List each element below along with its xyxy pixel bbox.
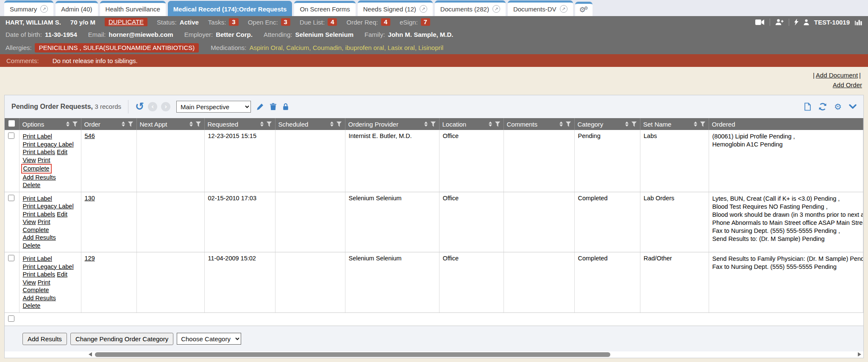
filter-funnel-icon[interactable] <box>495 122 501 127</box>
horizontal-scrollbar[interactable] <box>5 351 863 358</box>
popout-icon[interactable]: ↗ <box>560 5 568 13</box>
person-icon[interactable] <box>804 19 809 25</box>
print-label-link[interactable]: Print Label <box>23 255 52 262</box>
sort-icon[interactable] <box>424 122 428 127</box>
print-label-link[interactable]: Print Label <box>23 195 52 202</box>
change-pending-order-category-button[interactable]: Change Pending Order Category <box>70 333 173 345</box>
tab-documents[interactable]: Documents (282) ↗ <box>435 0 506 16</box>
edit-link[interactable]: Edit <box>57 271 67 278</box>
prev-icon[interactable]: ‹ <box>148 102 157 111</box>
tab-settings-gears[interactable]: ⚙⚙ <box>575 2 593 16</box>
popout-icon[interactable]: ↗ <box>40 5 48 13</box>
view-link[interactable]: View <box>23 157 36 163</box>
order-number-link[interactable]: 130 <box>85 195 95 202</box>
delete-link[interactable]: Delete <box>23 242 41 249</box>
scrollbar-thumb[interactable] <box>95 352 610 357</box>
print-label-link[interactable]: Print Label <box>23 133 52 140</box>
sort-icon[interactable] <box>559 122 563 127</box>
filter-funnel-icon[interactable] <box>632 122 637 127</box>
row-checkbox[interactable] <box>8 255 14 261</box>
print-legacy-label-link[interactable]: Print Legacy Label <box>23 141 74 148</box>
complete-link[interactable]: Complete <box>23 165 50 172</box>
view-link[interactable]: View <box>23 218 36 225</box>
print-legacy-label-link[interactable]: Print Legacy Label <box>23 263 74 270</box>
due-list-count-badge[interactable]: 4 <box>328 18 337 26</box>
add-results-button[interactable]: Add Results <box>22 333 67 345</box>
allergies-badge[interactable]: PENICILLINS , SULFA(SULFONAMIDE ANTIBIOT… <box>35 43 199 53</box>
chart-bars-icon[interactable] <box>855 19 862 25</box>
order-req-count-badge[interactable]: 4 <box>381 18 390 26</box>
print-labels-link[interactable]: Print Labels <box>23 211 56 218</box>
sort-icon[interactable] <box>66 122 70 127</box>
collapse-chevron-icon[interactable] <box>849 104 857 109</box>
order-number-link[interactable]: 546 <box>85 133 95 139</box>
tab-summary[interactable]: Summary ↗ <box>4 0 53 16</box>
filter-funnel-icon[interactable] <box>566 122 571 127</box>
row-checkbox[interactable] <box>8 133 14 139</box>
row-checkbox[interactable] <box>8 315 14 322</box>
scroll-right-arrow[interactable] <box>858 352 861 356</box>
filter-funnel-icon[interactable] <box>337 122 342 127</box>
filter-funnel-icon[interactable] <box>431 122 436 127</box>
edit-link[interactable]: Edit <box>57 149 67 155</box>
tab-admin[interactable]: Admin (40) <box>56 1 97 16</box>
duplicate-badge[interactable]: DUPLICATE <box>105 18 147 26</box>
add-results-link[interactable]: Add Results <box>23 174 56 181</box>
print-labels-link[interactable]: Print Labels <box>23 271 56 278</box>
add-results-link[interactable]: Add Results <box>23 295 56 301</box>
print-link[interactable]: Print <box>38 279 50 286</box>
new-document-icon[interactable] <box>804 102 811 111</box>
delete-link[interactable]: Delete <box>23 302 41 309</box>
add-order-link[interactable]: Add Order <box>833 81 862 88</box>
tab-health-surveillance[interactable]: Health Surveillance <box>100 1 166 16</box>
sort-icon[interactable] <box>694 122 697 127</box>
complete-link[interactable]: Complete <box>23 287 49 293</box>
tab-medical-record-order-requests[interactable]: Medical Record (174):Order Requests <box>168 1 292 16</box>
filter-funnel-icon[interactable] <box>267 122 272 127</box>
add-results-link[interactable]: Add Results <box>23 234 56 241</box>
tab-documents-dv[interactable]: Documents-DV ↗ <box>508 0 573 16</box>
edit-pencil-icon[interactable] <box>256 103 264 111</box>
lightning-icon[interactable] <box>794 19 798 25</box>
sort-icon[interactable] <box>625 122 629 127</box>
edit-link[interactable]: Edit <box>57 211 67 218</box>
print-labels-link[interactable]: Print Labels <box>23 149 56 155</box>
filter-funnel-icon[interactable] <box>128 122 134 127</box>
filter-funnel-icon[interactable] <box>196 122 201 127</box>
delete-link[interactable]: Delete <box>23 182 41 188</box>
tab-on-screen-forms[interactable]: On Screen Forms <box>294 1 355 16</box>
choose-category-select[interactable]: Choose Category <box>177 333 241 345</box>
open-enc-count-badge[interactable]: 3 <box>281 18 290 26</box>
tab-needs-signed[interactable]: Needs Signed (12) ↗ <box>358 0 433 16</box>
medications-list[interactable]: Aspirin Oral, Calcium, Coumadin, ibuprof… <box>250 44 444 51</box>
popout-icon[interactable]: ↗ <box>492 5 500 13</box>
undo-icon[interactable]: ↺ <box>135 102 144 111</box>
sort-icon[interactable] <box>330 122 334 127</box>
select-all-checkbox[interactable] <box>8 120 15 127</box>
print-legacy-label-link[interactable]: Print Legacy Label <box>23 203 74 210</box>
video-camera-icon[interactable] <box>755 19 765 25</box>
filter-funnel-icon[interactable] <box>72 122 78 127</box>
complete-link[interactable]: Complete <box>23 227 49 233</box>
add-document-link[interactable]: Add Document <box>816 72 858 79</box>
scroll-left-arrow[interactable] <box>89 352 92 356</box>
sort-icon[interactable] <box>189 122 193 127</box>
esign-count-badge[interactable]: 7 <box>421 18 430 26</box>
lock-icon[interactable] <box>282 103 289 111</box>
perspective-select[interactable]: Main Perspective <box>176 101 251 113</box>
sort-icon[interactable] <box>260 122 264 127</box>
filter-funnel-icon[interactable] <box>700 122 706 127</box>
view-link[interactable]: View <box>23 279 36 286</box>
row-checkbox[interactable] <box>8 195 14 201</box>
print-link[interactable]: Print <box>38 218 50 225</box>
delete-trash-icon[interactable] <box>270 103 277 111</box>
popout-icon[interactable]: ↗ <box>420 5 427 13</box>
tasks-count-badge[interactable]: 3 <box>229 18 238 26</box>
next-icon[interactable]: › <box>161 102 170 111</box>
sort-icon[interactable] <box>122 122 125 127</box>
print-link[interactable]: Print <box>38 157 50 163</box>
order-number-link[interactable]: 129 <box>85 255 95 262</box>
settings-gear-icon[interactable]: ⚙ <box>834 103 842 111</box>
sort-icon[interactable] <box>489 122 492 127</box>
refresh-icon[interactable] <box>818 103 827 111</box>
